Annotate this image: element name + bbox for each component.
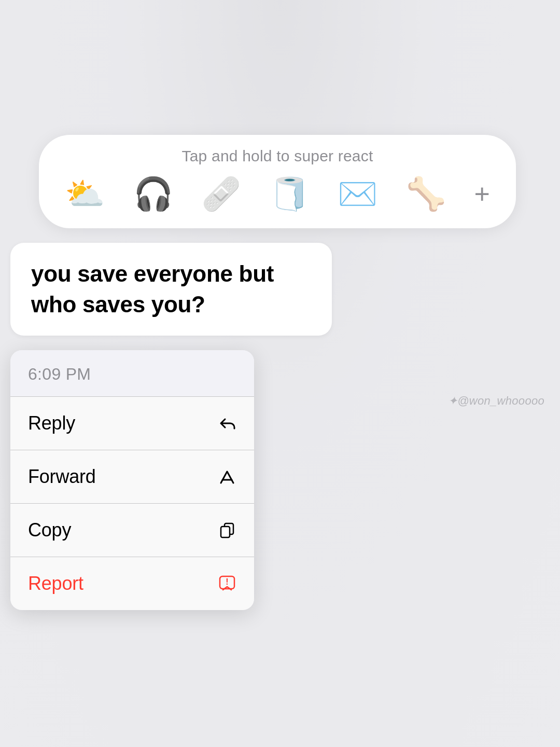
forward-button[interactable]: Forward: [10, 450, 254, 503]
emoji-bone[interactable]: 🦴: [406, 175, 446, 213]
message-text: you save everyone but who saves you?: [31, 261, 274, 317]
message-timestamp: 6:09 PM: [28, 365, 91, 383]
forward-label: Forward: [28, 466, 96, 488]
reaction-bar: Tap and hold to super react ⛅ 🎧 🩹 🧻 ✉️ 🦴…: [39, 135, 516, 228]
report-button[interactable]: Report !: [10, 557, 254, 610]
emoji-envelope[interactable]: ✉️: [338, 175, 377, 213]
context-menu: 6:09 PM Reply Forward: [10, 350, 254, 610]
emoji-headphones[interactable]: 🎧: [133, 175, 173, 213]
svg-rect-1: [221, 527, 230, 537]
message-bubble: you save everyone but who saves you?: [10, 243, 332, 336]
report-label: Report: [28, 573, 83, 594]
reply-button[interactable]: Reply: [10, 397, 254, 450]
report-icon: !: [218, 574, 236, 593]
copy-label: Copy: [28, 519, 71, 541]
reaction-emojis: ⛅ 🎧 🩹 🧻 ✉️ 🦴 +: [60, 175, 495, 213]
svg-text:!: !: [226, 577, 228, 586]
reaction-hint: Tap and hold to super react: [182, 147, 373, 165]
emoji-toilet-paper[interactable]: 🧻: [270, 175, 310, 213]
forward-icon: [218, 467, 236, 486]
content-wrapper: Tap and hold to super react ⛅ 🎧 🩹 🧻 ✉️ 🦴…: [0, 0, 560, 747]
reply-icon: [218, 414, 236, 433]
add-reaction-button[interactable]: +: [474, 178, 490, 210]
menu-timestamp-row: 6:09 PM: [10, 350, 254, 396]
reply-label: Reply: [28, 412, 75, 434]
emoji-bandage[interactable]: 🩹: [201, 175, 241, 213]
watermark: ✦@won_whooooo: [448, 394, 544, 408]
copy-button[interactable]: Copy: [10, 504, 254, 557]
emoji-cloud[interactable]: ⛅: [65, 175, 105, 213]
copy-icon: [218, 521, 236, 540]
